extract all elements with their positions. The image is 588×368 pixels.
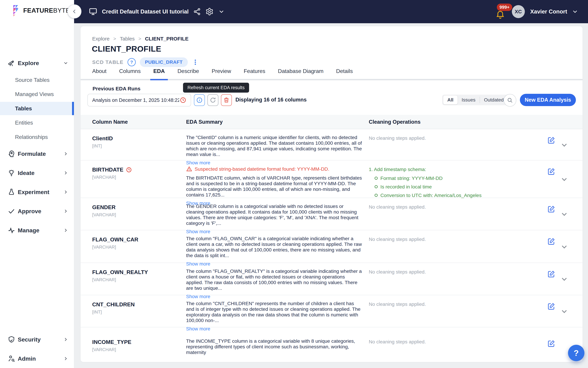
previous-eda-runs-label: Previous EDA Runs <box>93 86 141 92</box>
trash-icon <box>223 97 230 103</box>
sidebar-item-label: Ideate <box>18 170 35 176</box>
chevron-down-icon <box>560 210 569 219</box>
sidebar-item-relationships[interactable]: Relationships <box>0 130 74 144</box>
chevron-down-icon <box>63 60 69 66</box>
sidebar-item-manage[interactable]: Manage <box>0 224 74 237</box>
edit-cleaning-button[interactable] <box>547 136 555 144</box>
brand-bold: FEATURE <box>23 7 53 14</box>
expand-row-button[interactable] <box>560 175 569 184</box>
telescope-icon <box>8 59 15 67</box>
column-name-cell: INCOME_TYPE [VARCHAR] <box>92 339 178 352</box>
tab-preview[interactable]: Preview <box>212 68 231 79</box>
displaying-count: Displaying 16 of 16 columns <box>235 97 307 103</box>
chevron-down-icon[interactable] <box>218 8 225 15</box>
head-gear-icon <box>8 150 15 158</box>
topbar: Credit Default Dataset UI tutorial 999+ … <box>74 0 588 23</box>
edit-cleaning-button[interactable] <box>547 205 555 213</box>
flask-icon <box>8 188 15 196</box>
chevron-right-icon <box>63 170 69 176</box>
delete-eda-button[interactable] <box>221 94 232 106</box>
table-row: ClientID [INT] The "ClientID" column is … <box>80 129 583 160</box>
expand-row-button[interactable] <box>560 210 569 219</box>
chevron-down-icon[interactable] <box>572 8 579 15</box>
breadcrumb-explore[interactable]: Explore <box>92 36 110 42</box>
sidebar-item-formulate[interactable]: Formulate <box>0 147 74 160</box>
filter-all[interactable]: All <box>443 95 458 104</box>
gear-icon[interactable] <box>205 8 214 16</box>
cleaning-cell: No cleaning steps applied. <box>369 204 536 210</box>
chevron-right-icon <box>63 337 69 342</box>
new-eda-analysis-button[interactable]: New EDA Analysis <box>520 94 576 106</box>
tab-describe[interactable]: Describe <box>177 68 199 79</box>
column-type: [VARCHAR] <box>92 244 178 250</box>
eda-info-button[interactable] <box>194 94 205 106</box>
edit-cleaning-button[interactable] <box>547 168 555 175</box>
expand-row-button[interactable] <box>560 141 569 149</box>
sidebar-item-source-tables[interactable]: Source Tables <box>0 73 74 87</box>
sidebar-item-admin[interactable]: Admin <box>0 352 74 365</box>
help-circle-icon[interactable]: ? <box>127 58 136 66</box>
tab-features[interactable]: Features <box>244 68 265 79</box>
sidebar-item-ideate[interactable]: Ideate <box>0 166 74 180</box>
sidebar-item-label: Security <box>18 336 41 343</box>
sidebar-item-label: Formulate <box>18 150 46 157</box>
filter-issues[interactable]: Issues <box>458 95 480 104</box>
tab-database-diagram[interactable]: Database Diagram <box>278 68 323 79</box>
tab-details[interactable]: Details <box>336 68 353 79</box>
sidebar-item-managed-views[interactable]: Managed Views <box>0 87 74 101</box>
edit-cleaning-button[interactable] <box>547 238 555 245</box>
sidebar-item-approve[interactable]: Approve <box>0 204 74 218</box>
sidebar-item-entities[interactable]: Entities <box>0 116 74 129</box>
table-header: Column Name EDA Summary Cleaning Operati… <box>80 115 583 129</box>
sidebar-item-label: Explore <box>18 60 39 66</box>
summary-text: The column "FLAG_OWN_CAR" is a categoric… <box>186 236 362 258</box>
cleaning-op-text: Format string: YYYY-MM-DD <box>380 175 443 181</box>
active-indicator <box>72 102 74 115</box>
expand-row-button[interactable] <box>560 243 569 251</box>
share-icon[interactable] <box>193 8 201 16</box>
edit-cleaning-button[interactable] <box>547 270 555 278</box>
table-row: GENDER [VARCHAR] The GENDER column is a … <box>80 198 583 230</box>
expand-row-button[interactable] <box>560 307 569 316</box>
user-name[interactable]: Xavier Conort <box>530 8 567 15</box>
sidebar-item-experiment[interactable]: Experiment <box>0 185 74 199</box>
notifications-button[interactable]: 999+ <box>494 4 508 19</box>
breadcrumb-current: CLIENT_PROFILE <box>145 36 188 42</box>
column-name: GENDER <box>92 204 178 211</box>
search-button[interactable] <box>504 94 516 107</box>
help-fab-button[interactable]: ? <box>568 345 584 361</box>
cleaning-cell: No cleaning steps applied. <box>369 135 536 141</box>
sidebar-item-tables[interactable]: Tables <box>0 102 74 115</box>
eda-run-select[interactable]: Analysis on December 1, 2025 10:48:22 AM <box>87 94 191 106</box>
table-meta-row: SCD TABLE ? PUBLIC_DRAFT <box>92 57 199 67</box>
eda-summary-cell: The GENDER column is a categorical varia… <box>186 203 362 234</box>
eda-summary-cell: The INCOME_TYPE column is a categorical … <box>186 338 362 355</box>
monitor-icon <box>89 7 98 16</box>
cleaning-cell: No cleaning steps applied. <box>369 339 536 345</box>
sidebar-item-explore[interactable]: Explore <box>0 56 74 70</box>
breadcrumb-tables[interactable]: Tables <box>120 36 135 42</box>
column-name-cell: CNT_CHILDREN [INT] <box>92 301 178 315</box>
edit-cleaning-button[interactable] <box>547 340 555 348</box>
header-cleaning-operations: Cleaning Operations <box>369 119 420 125</box>
edit-pencil-icon <box>547 205 555 213</box>
sidebar-collapse-button[interactable] <box>67 4 81 18</box>
featurebyte-logo[interactable]: FEATUREBYTE <box>11 4 70 17</box>
column-name: CNT_CHILDREN <box>92 301 178 308</box>
tab-about[interactable]: About <box>92 68 107 79</box>
kebab-menu-icon[interactable] <box>192 59 199 66</box>
sidebar-item-security[interactable]: Security <box>0 333 74 346</box>
refresh-eda-button[interactable] <box>207 94 218 106</box>
expand-row-button[interactable] <box>560 275 569 284</box>
notification-count-badge: 999+ <box>497 4 512 11</box>
header-column-name: Column Name <box>92 119 128 125</box>
eda-run-selected-value: Analysis on December 1, 2025 10:48:22 AM <box>92 97 179 103</box>
topbar-user-group: 999+ XC Xavier Conort <box>494 4 579 19</box>
column-name-text: BIRTHDATE <box>92 166 124 173</box>
tab-columns[interactable]: Columns <box>119 68 141 79</box>
chevron-down-icon <box>560 275 569 284</box>
tab-eda[interactable]: EDA <box>153 68 165 79</box>
avatar[interactable]: XC <box>512 5 525 18</box>
edit-cleaning-button[interactable] <box>547 302 555 310</box>
edit-pencil-icon <box>547 238 555 245</box>
